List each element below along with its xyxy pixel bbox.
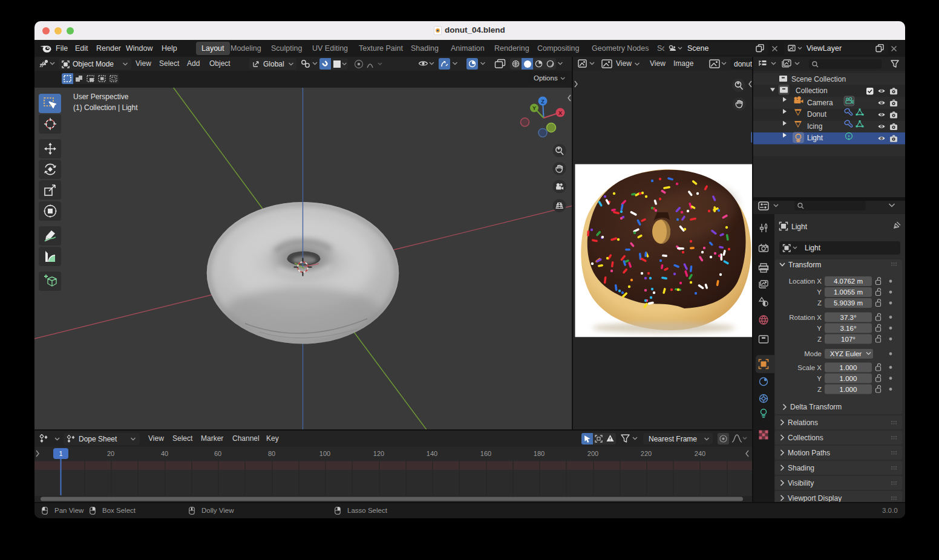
svg-text:1.000: 1.000 bbox=[840, 375, 857, 382]
svg-text:XYZ Euler: XYZ Euler bbox=[830, 350, 862, 357]
svg-text:Y: Y bbox=[817, 325, 822, 332]
svg-text:1: 1 bbox=[59, 450, 62, 457]
svg-text:200: 200 bbox=[587, 450, 598, 457]
svg-text:Donut: Donut bbox=[807, 110, 827, 119]
svg-text:Camera: Camera bbox=[807, 99, 833, 107]
svg-text:Delta Transform: Delta Transform bbox=[790, 403, 842, 411]
svg-text:Collection: Collection bbox=[796, 86, 828, 95]
svg-text:Transform: Transform bbox=[788, 261, 821, 269]
svg-text:120: 120 bbox=[373, 450, 384, 457]
svg-text:Rotation X: Rotation X bbox=[789, 314, 822, 321]
svg-text:140: 140 bbox=[427, 450, 437, 457]
svg-text:1.0055 m: 1.0055 m bbox=[834, 288, 863, 296]
svg-text:60: 60 bbox=[214, 450, 221, 457]
svg-text:Mode: Mode bbox=[804, 350, 822, 357]
svg-text:Light: Light bbox=[807, 134, 823, 142]
svg-text:Collections: Collections bbox=[788, 434, 823, 442]
svg-text:Shading: Shading bbox=[788, 464, 814, 472]
svg-text:1.000: 1.000 bbox=[840, 386, 857, 393]
svg-text:Relations: Relations bbox=[788, 418, 818, 427]
svg-text:20: 20 bbox=[107, 450, 114, 457]
svg-text:Z: Z bbox=[541, 99, 545, 105]
svg-text:Location X: Location X bbox=[789, 278, 822, 285]
svg-text:Motion Paths: Motion Paths bbox=[788, 449, 830, 457]
svg-text:180: 180 bbox=[534, 450, 545, 457]
svg-text:1.000: 1.000 bbox=[840, 364, 857, 371]
svg-text:Light: Light bbox=[805, 244, 821, 252]
svg-text:3.16°: 3.16° bbox=[840, 325, 857, 332]
svg-text:4.0762 m: 4.0762 m bbox=[834, 278, 863, 285]
svg-text:Light: Light bbox=[791, 223, 808, 231]
svg-text:40: 40 bbox=[161, 450, 168, 457]
svg-text:Z: Z bbox=[817, 336, 822, 343]
svg-text:Y: Y bbox=[532, 105, 536, 111]
svg-text:220: 220 bbox=[641, 450, 652, 457]
svg-text:Viewport Display: Viewport Display bbox=[788, 494, 842, 503]
svg-text:Icing: Icing bbox=[807, 122, 822, 131]
svg-text:80: 80 bbox=[268, 450, 275, 457]
svg-text:107°: 107° bbox=[841, 336, 856, 343]
svg-text:Z: Z bbox=[817, 386, 822, 393]
svg-text:240: 240 bbox=[695, 450, 705, 457]
svg-text:Visibility: Visibility bbox=[788, 479, 814, 487]
svg-text:X: X bbox=[558, 110, 562, 116]
svg-text:Scale X: Scale X bbox=[797, 364, 822, 371]
svg-text:Y: Y bbox=[817, 375, 822, 382]
svg-text:Z: Z bbox=[817, 299, 822, 307]
svg-text:100: 100 bbox=[319, 450, 330, 457]
svg-text:Scene Collection: Scene Collection bbox=[791, 75, 846, 83]
svg-text:5.9039 m: 5.9039 m bbox=[834, 299, 863, 307]
svg-text:160: 160 bbox=[480, 450, 491, 457]
svg-text:37.3°: 37.3° bbox=[840, 314, 857, 321]
svg-text:Y: Y bbox=[817, 288, 822, 296]
